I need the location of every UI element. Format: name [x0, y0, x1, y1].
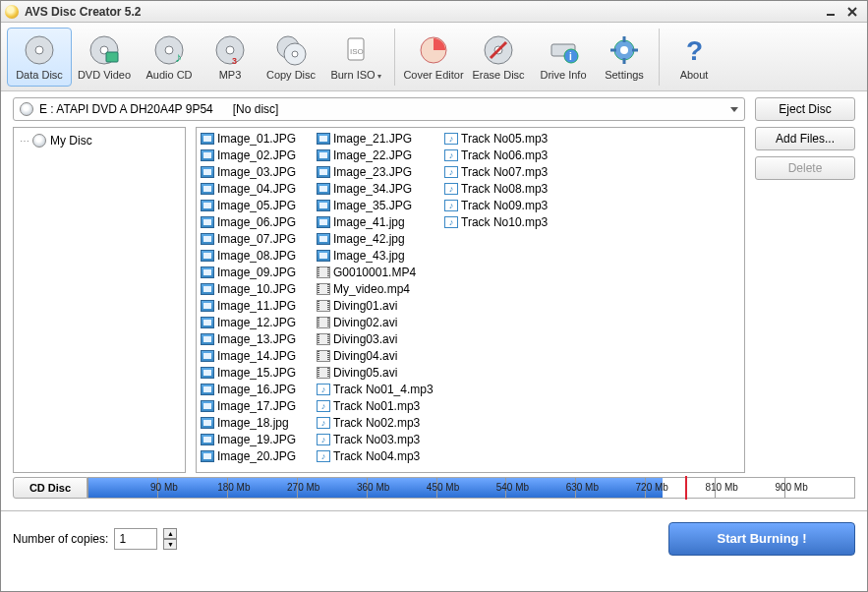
img-file-icon: [201, 300, 214, 312]
file-item[interactable]: Track No10.mp3: [442, 213, 570, 230]
file-item[interactable]: Image_07.JPG: [199, 230, 315, 247]
disc-tree[interactable]: ⋯ My Disc: [13, 127, 186, 473]
toolbar-separator: [394, 29, 395, 86]
file-item[interactable]: Image_21.JPG: [315, 130, 442, 147]
aud-file-icon: [317, 417, 330, 429]
file-item[interactable]: Diving01.avi: [315, 297, 442, 314]
audio-cd-button[interactable]: ♪ Audio CD: [137, 28, 202, 87]
main-area: ⋯ My Disc Image_01.JPGImage_02.JPGImage_…: [1, 127, 867, 473]
file-item[interactable]: Track No04.mp3: [315, 447, 442, 464]
file-list[interactable]: Image_01.JPGImage_02.JPGImage_03.JPGImag…: [196, 127, 745, 473]
delete-button[interactable]: Delete: [755, 156, 855, 180]
file-item[interactable]: Track No05.mp3: [442, 130, 570, 147]
file-item[interactable]: Image_13.JPG: [199, 330, 315, 347]
disc-type-button[interactable]: CD Disc: [13, 477, 87, 499]
file-item[interactable]: Diving03.avi: [315, 330, 442, 347]
file-item[interactable]: Image_34.JPG: [315, 180, 442, 197]
file-item[interactable]: Track No01_4.mp3: [315, 381, 442, 397]
file-item[interactable]: Image_41.jpg: [315, 213, 442, 230]
ruler-tick: 900 Mb: [784, 478, 854, 498]
drive-info-button[interactable]: i Drive Info: [531, 28, 596, 87]
file-name: Diving01.avi: [333, 299, 397, 313]
close-button[interactable]: [841, 5, 863, 19]
svg-text:♪: ♪: [175, 49, 182, 65]
burn-iso-button[interactable]: ISO Burn ISO▾: [323, 28, 388, 87]
file-item[interactable]: Track No09.mp3: [442, 197, 570, 213]
file-name: Image_16.JPG: [217, 383, 296, 396]
img-file-icon: [201, 149, 214, 161]
file-item[interactable]: Image_06.JPG: [199, 213, 315, 230]
file-item[interactable]: Image_03.JPG: [199, 163, 315, 180]
data-disc-button[interactable]: Data Disc: [7, 28, 72, 87]
file-item[interactable]: Image_14.JPG: [199, 347, 315, 364]
aud-file-icon: [444, 216, 458, 228]
file-item[interactable]: Image_20.JPG: [199, 447, 315, 464]
file-item[interactable]: Image_43.jpg: [315, 247, 442, 264]
img-file-icon: [201, 133, 214, 145]
file-name: Image_17.JPG: [217, 399, 296, 413]
file-item[interactable]: Image_12.JPG: [199, 314, 315, 330]
file-name: Image_41.jpg: [333, 215, 405, 229]
add-files-button[interactable]: Add Files...: [755, 127, 855, 150]
file-name: Image_35.JPG: [333, 199, 412, 212]
file-name: Image_21.JPG: [333, 132, 412, 146]
about-button[interactable]: ? About: [665, 28, 723, 87]
file-item[interactable]: Track No02.mp3: [315, 414, 442, 431]
file-item[interactable]: Image_10.JPG: [199, 280, 315, 297]
file-item[interactable]: Track No06.mp3: [442, 147, 570, 163]
about-label: About: [680, 69, 709, 81]
file-item[interactable]: Diving05.avi: [315, 364, 442, 381]
file-item[interactable]: Image_15.JPG: [199, 364, 315, 381]
copy-disc-button[interactable]: Copy Disc: [259, 28, 323, 87]
file-item[interactable]: Image_17.JPG: [199, 397, 315, 414]
file-name: Track No01_4.mp3: [333, 383, 434, 396]
file-item[interactable]: Image_35.JPG: [315, 197, 442, 213]
aud-file-icon: [444, 183, 458, 195]
dvd-video-label: DVD Video: [78, 69, 131, 81]
file-item[interactable]: Track No03.mp3: [315, 431, 442, 447]
img-file-icon: [201, 400, 214, 412]
minimize-button[interactable]: [820, 5, 841, 19]
img-file-icon: [201, 417, 214, 429]
file-item[interactable]: Image_02.JPG: [199, 147, 315, 163]
drive-info-label: Drive Info: [540, 69, 586, 81]
file-item[interactable]: Image_04.JPG: [199, 180, 315, 197]
main-toolbar: Data Disc DVD Video ♪ Audio CD 3 MP3 Cop…: [1, 23, 867, 91]
dvd-video-button[interactable]: DVD Video: [72, 28, 137, 87]
file-item[interactable]: Image_05.JPG: [199, 197, 315, 213]
file-item[interactable]: Image_09.JPG: [199, 264, 315, 280]
file-name: Track No10.mp3: [461, 215, 548, 229]
file-item[interactable]: Track No08.mp3: [442, 180, 570, 197]
mp3-button[interactable]: 3 MP3: [202, 28, 259, 87]
file-item[interactable]: Image_18.jpg: [199, 414, 315, 431]
file-item[interactable]: Diving02.avi: [315, 314, 442, 330]
file-item[interactable]: Image_19.JPG: [199, 431, 315, 447]
file-name: Diving04.avi: [333, 349, 397, 363]
file-item[interactable]: Image_16.JPG: [199, 381, 315, 397]
eject-disc-button[interactable]: Eject Disc: [755, 97, 855, 121]
file-item[interactable]: Image_08.JPG: [199, 247, 315, 264]
drive-bar: E : ATAPI DVD A DH20A4P 9P54 [No disc] E…: [1, 91, 867, 127]
cover-editor-button[interactable]: Cover Editor: [401, 28, 466, 87]
settings-button[interactable]: Settings: [596, 28, 653, 87]
copies-down[interactable]: ▼: [163, 539, 177, 550]
copies-up[interactable]: ▲: [163, 528, 177, 539]
file-item[interactable]: My_video.mp4: [315, 280, 442, 297]
file-item[interactable]: Image_23.JPG: [315, 163, 442, 180]
tree-root[interactable]: ⋯ My Disc: [18, 132, 181, 149]
drive-select[interactable]: E : ATAPI DVD A DH20A4P 9P54 [No disc]: [13, 97, 745, 121]
file-item[interactable]: Track No01.mp3: [315, 397, 442, 414]
copies-input[interactable]: [114, 528, 157, 550]
footer: Number of copies: ▲ ▼ Start Burning !: [1, 510, 867, 565]
file-item[interactable]: Image_42.jpg: [315, 230, 442, 247]
file-item[interactable]: G0010001.MP4: [315, 264, 442, 280]
file-name: Image_12.JPG: [217, 316, 296, 329]
erase-disc-button[interactable]: Erase Disc: [466, 28, 531, 87]
file-item[interactable]: Image_01.JPG: [199, 130, 315, 147]
start-burning-button[interactable]: Start Burning !: [668, 522, 855, 556]
file-item[interactable]: Track No07.mp3: [442, 163, 570, 180]
file-item[interactable]: Image_11.JPG: [199, 297, 315, 314]
svg-point-27: [620, 46, 628, 54]
file-item[interactable]: Image_22.JPG: [315, 147, 442, 163]
file-item[interactable]: Diving04.avi: [315, 347, 442, 364]
